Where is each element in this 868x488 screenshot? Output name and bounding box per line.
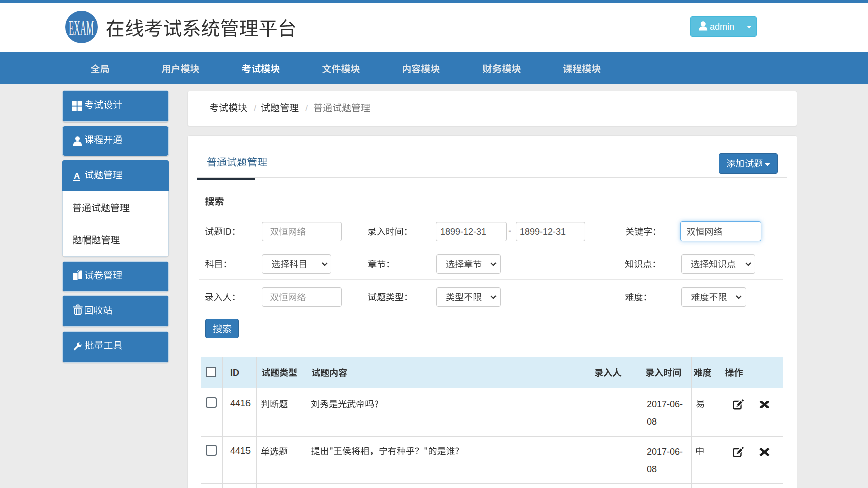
- svg-text:4415: 4415: [230, 446, 251, 456]
- svg-text:A: A: [74, 171, 80, 181]
- svg-text:1899-12-31: 1899-12-31: [520, 227, 566, 237]
- svg-text:1899-12-31: 1899-12-31: [440, 227, 486, 237]
- svg-text:08: 08: [647, 464, 657, 474]
- svg-text:/: /: [254, 103, 257, 113]
- svg-text:admin: admin: [710, 22, 734, 32]
- svg-text:-: -: [508, 226, 511, 236]
- svg-text:ID: ID: [230, 368, 239, 378]
- svg-text:2017-06-: 2017-06-: [647, 447, 683, 457]
- svg-text:/: /: [305, 103, 308, 113]
- svg-text:2017-06-: 2017-06-: [647, 399, 683, 409]
- svg-text:4416: 4416: [230, 398, 251, 408]
- svg-text:EXAM: EXAM: [69, 17, 94, 40]
- svg-text:08: 08: [647, 417, 657, 427]
